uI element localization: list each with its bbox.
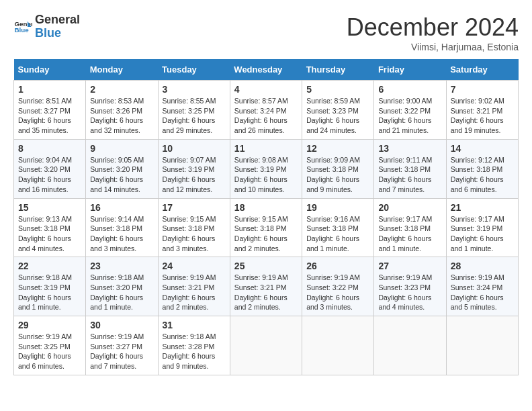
- calendar-cell: 8 Sunrise: 9:04 AM Sunset: 3:20 PM Dayli…: [14, 139, 86, 198]
- day-number: 12: [306, 143, 369, 154]
- day-info: Sunrise: 9:17 AM Sunset: 3:19 PM Dayligh…: [451, 214, 514, 254]
- weekday-header-friday: Friday: [374, 59, 446, 81]
- day-info: Sunrise: 9:09 AM Sunset: 3:18 PM Dayligh…: [306, 155, 369, 195]
- day-info: Sunrise: 9:08 AM Sunset: 3:19 PM Dayligh…: [234, 155, 298, 195]
- calendar-cell: 27 Sunrise: 9:19 AM Sunset: 3:23 PM Dayl…: [374, 257, 446, 316]
- day-info: Sunrise: 9:19 AM Sunset: 3:22 PM Dayligh…: [306, 273, 369, 312]
- calendar-cell: 11 Sunrise: 9:08 AM Sunset: 3:19 PM Dayl…: [230, 139, 302, 198]
- day-number: 22: [18, 261, 81, 271]
- svg-text:Blue: Blue: [14, 26, 29, 34]
- calendar-cell: 29 Sunrise: 9:19 AM Sunset: 3:25 PM Dayl…: [14, 316, 86, 375]
- day-number: 30: [90, 320, 153, 330]
- day-number: 7: [451, 84, 514, 95]
- calendar-cell: 22 Sunrise: 9:18 AM Sunset: 3:19 PM Dayl…: [14, 257, 86, 316]
- day-number: 21: [451, 202, 514, 213]
- calendar-cell: 21 Sunrise: 9:17 AM Sunset: 3:19 PM Dayl…: [446, 198, 518, 257]
- day-number: 18: [234, 202, 298, 213]
- day-number: 31: [163, 320, 226, 330]
- day-number: 27: [378, 261, 441, 271]
- weekday-header-saturday: Saturday: [446, 59, 518, 81]
- day-number: 13: [378, 143, 441, 154]
- calendar-cell: 20 Sunrise: 9:17 AM Sunset: 3:18 PM Dayl…: [374, 198, 446, 257]
- day-info: Sunrise: 9:12 AM Sunset: 3:18 PM Dayligh…: [451, 155, 514, 195]
- day-info: Sunrise: 8:57 AM Sunset: 3:24 PM Dayligh…: [234, 96, 298, 136]
- calendar-cell: 15 Sunrise: 9:13 AM Sunset: 3:18 PM Dayl…: [14, 198, 86, 257]
- day-info: Sunrise: 9:11 AM Sunset: 3:18 PM Dayligh…: [378, 155, 441, 195]
- calendar-week-1: 1 Sunrise: 8:51 AM Sunset: 3:27 PM Dayli…: [14, 81, 519, 140]
- calendar-cell: 16 Sunrise: 9:14 AM Sunset: 3:18 PM Dayl…: [86, 198, 158, 257]
- day-number: 8: [18, 143, 81, 154]
- day-info: Sunrise: 9:15 AM Sunset: 3:18 PM Dayligh…: [234, 214, 298, 254]
- calendar-cell: 24 Sunrise: 9:19 AM Sunset: 3:21 PM Dayl…: [158, 257, 230, 316]
- day-info: Sunrise: 8:55 AM Sunset: 3:25 PM Dayligh…: [163, 96, 226, 136]
- day-number: 9: [90, 143, 153, 154]
- day-number: 23: [90, 261, 153, 271]
- calendar-cell: 31 Sunrise: 9:18 AM Sunset: 3:28 PM Dayl…: [158, 316, 230, 375]
- calendar-cell: 13 Sunrise: 9:11 AM Sunset: 3:18 PM Dayl…: [374, 139, 446, 198]
- calendar-body: 1 Sunrise: 8:51 AM Sunset: 3:27 PM Dayli…: [14, 81, 519, 375]
- day-number: 11: [234, 143, 298, 154]
- day-info: Sunrise: 9:13 AM Sunset: 3:18 PM Dayligh…: [18, 214, 81, 254]
- day-number: 3: [163, 84, 226, 95]
- calendar-week-5: 29 Sunrise: 9:19 AM Sunset: 3:25 PM Dayl…: [14, 316, 519, 375]
- calendar-cell: 9 Sunrise: 9:05 AM Sunset: 3:20 PM Dayli…: [86, 139, 158, 198]
- calendar-cell: 2 Sunrise: 8:53 AM Sunset: 3:26 PM Dayli…: [86, 81, 158, 140]
- calendar-cell: 30 Sunrise: 9:19 AM Sunset: 3:27 PM Dayl…: [86, 316, 158, 375]
- day-number: 16: [90, 202, 153, 213]
- logo-icon: General Blue: [13, 17, 32, 36]
- calendar-cell: 18 Sunrise: 9:15 AM Sunset: 3:18 PM Dayl…: [230, 198, 302, 257]
- day-info: Sunrise: 8:53 AM Sunset: 3:26 PM Dayligh…: [90, 96, 153, 136]
- weekday-header-sunday: Sunday: [14, 59, 86, 81]
- day-info: Sunrise: 9:19 AM Sunset: 3:23 PM Dayligh…: [378, 273, 441, 312]
- month-title: December 2024: [347, 13, 519, 42]
- day-number: 4: [234, 84, 298, 95]
- day-info: Sunrise: 9:15 AM Sunset: 3:18 PM Dayligh…: [163, 214, 226, 254]
- calendar-week-4: 22 Sunrise: 9:18 AM Sunset: 3:19 PM Dayl…: [14, 257, 519, 316]
- calendar-cell: 25 Sunrise: 9:19 AM Sunset: 3:21 PM Dayl…: [230, 257, 302, 316]
- day-info: Sunrise: 9:05 AM Sunset: 3:20 PM Dayligh…: [90, 155, 153, 195]
- day-info: Sunrise: 9:18 AM Sunset: 3:19 PM Dayligh…: [18, 273, 81, 312]
- day-info: Sunrise: 9:14 AM Sunset: 3:18 PM Dayligh…: [90, 214, 153, 254]
- day-info: Sunrise: 9:19 AM Sunset: 3:21 PM Dayligh…: [163, 273, 226, 312]
- day-number: 29: [18, 320, 81, 330]
- calendar-week-2: 8 Sunrise: 9:04 AM Sunset: 3:20 PM Dayli…: [14, 139, 519, 198]
- weekday-header-monday: Monday: [86, 59, 158, 81]
- day-info: Sunrise: 9:00 AM Sunset: 3:22 PM Dayligh…: [378, 96, 441, 136]
- day-number: 26: [306, 261, 369, 271]
- calendar-cell: 5 Sunrise: 8:59 AM Sunset: 3:23 PM Dayli…: [302, 81, 374, 140]
- title-block: December 2024 Viimsi, Harjumaa, Estonia: [347, 13, 519, 52]
- weekday-header-thursday: Thursday: [302, 59, 374, 81]
- day-number: 19: [306, 202, 369, 213]
- day-info: Sunrise: 9:19 AM Sunset: 3:25 PM Dayligh…: [18, 332, 81, 371]
- calendar-header: SundayMondayTuesdayWednesdayThursdayFrid…: [14, 59, 519, 81]
- day-number: 20: [378, 202, 441, 213]
- day-number: 6: [378, 84, 441, 95]
- calendar-cell: 28 Sunrise: 9:19 AM Sunset: 3:24 PM Dayl…: [446, 257, 518, 316]
- calendar-cell: 6 Sunrise: 9:00 AM Sunset: 3:22 PM Dayli…: [374, 81, 446, 140]
- day-info: Sunrise: 9:17 AM Sunset: 3:18 PM Dayligh…: [378, 214, 441, 254]
- calendar-cell: 14 Sunrise: 9:12 AM Sunset: 3:18 PM Dayl…: [446, 139, 518, 198]
- calendar-cell: 4 Sunrise: 8:57 AM Sunset: 3:24 PM Dayli…: [230, 81, 302, 140]
- day-number: 14: [451, 143, 514, 154]
- day-number: 28: [451, 261, 514, 271]
- day-info: Sunrise: 9:18 AM Sunset: 3:20 PM Dayligh…: [90, 273, 153, 312]
- day-number: 25: [234, 261, 298, 271]
- day-number: 17: [163, 202, 226, 213]
- logo: General Blue General Blue: [13, 13, 80, 40]
- calendar-cell: 17 Sunrise: 9:15 AM Sunset: 3:18 PM Dayl…: [158, 198, 230, 257]
- location-subtitle: Viimsi, Harjumaa, Estonia: [347, 42, 519, 52]
- day-number: 15: [18, 202, 81, 213]
- day-info: Sunrise: 9:19 AM Sunset: 3:21 PM Dayligh…: [234, 273, 298, 312]
- day-number: 2: [90, 84, 153, 95]
- day-info: Sunrise: 9:16 AM Sunset: 3:18 PM Dayligh…: [306, 214, 369, 254]
- day-number: 24: [163, 261, 226, 271]
- calendar-cell: 23 Sunrise: 9:18 AM Sunset: 3:20 PM Dayl…: [86, 257, 158, 316]
- page-header: General Blue General Blue December 2024 …: [13, 13, 519, 52]
- weekday-header-wednesday: Wednesday: [230, 59, 302, 81]
- calendar-cell: 26 Sunrise: 9:19 AM Sunset: 3:22 PM Dayl…: [302, 257, 374, 316]
- day-info: Sunrise: 8:59 AM Sunset: 3:23 PM Dayligh…: [306, 96, 369, 136]
- calendar-cell: 1 Sunrise: 8:51 AM Sunset: 3:27 PM Dayli…: [14, 81, 86, 140]
- calendar-cell: 10 Sunrise: 9:07 AM Sunset: 3:19 PM Dayl…: [158, 139, 230, 198]
- day-number: 5: [306, 84, 369, 95]
- calendar-week-3: 15 Sunrise: 9:13 AM Sunset: 3:18 PM Dayl…: [14, 198, 519, 257]
